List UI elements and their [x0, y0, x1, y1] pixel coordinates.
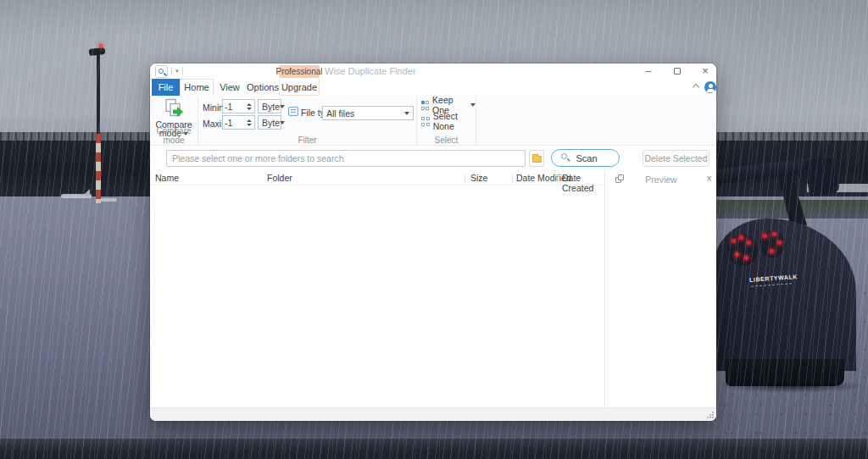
caret-down-icon	[280, 105, 285, 108]
folder-search-input[interactable]	[166, 150, 526, 167]
tab-options[interactable]: Options	[245, 79, 281, 96]
column-divider[interactable]	[558, 173, 559, 183]
search-toolbar: Scan Delete Selected	[150, 146, 716, 171]
quick-access-caret-icon[interactable]: ▾	[175, 67, 179, 75]
lamp-warning-light	[99, 44, 103, 47]
column-header-folder[interactable]: Folder	[267, 173, 292, 183]
app-icon[interactable]	[155, 65, 168, 78]
professional-badge: Professional	[279, 65, 320, 78]
minimum-spinner[interactable]	[222, 99, 255, 113]
window-title: Wise Duplicate Finder	[325, 66, 416, 76]
maximum-input[interactable]	[225, 116, 245, 129]
maximize-button[interactable]	[670, 64, 685, 78]
preview-panel: Preview ×	[604, 171, 716, 407]
pavement-debris	[709, 279, 868, 436]
close-preview-icon[interactable]: ×	[706, 173, 712, 185]
minimize-button[interactable]: –	[641, 64, 656, 78]
group-caption: Filter	[198, 135, 416, 145]
spinner-arrows[interactable]	[244, 117, 253, 128]
select-none-button[interactable]: Select None	[421, 116, 476, 126]
filter-group: Minimum Byte Maximum Byte File type All …	[198, 96, 417, 146]
results-area: Name Folder Size Date Modified Date Crea…	[150, 171, 716, 407]
keep-one-button[interactable]: Keep One	[421, 100, 476, 110]
collapse-ribbon-chevron-icon[interactable]	[693, 85, 699, 91]
maximum-spinner[interactable]	[222, 115, 255, 130]
ribbon: Compare mode Compare mode Minimum Byte M…	[150, 96, 716, 146]
group-caption: Compare mode	[150, 126, 198, 145]
maximum-unit-dropdown[interactable]: Byte	[258, 115, 281, 130]
select-group: Keep One Select None Select	[417, 96, 476, 146]
file-type-dropdown[interactable]: All files	[322, 106, 414, 120]
select-none-icon	[421, 117, 430, 126]
lamp-post	[97, 53, 100, 134]
tab-file[interactable]: File	[152, 79, 180, 96]
quick-access-toolbar: ▾	[155, 64, 183, 78]
caret-down-icon	[404, 112, 409, 115]
table-header: Name Folder Size Date Modified Date Crea…	[150, 171, 604, 185]
column-header-size[interactable]: Size	[470, 173, 487, 183]
maximize-icon	[674, 68, 681, 75]
scan-button[interactable]: Scan	[551, 149, 620, 167]
tab-view[interactable]: View	[216, 79, 243, 96]
tab-upgrade[interactable]: Upgrade	[279, 79, 320, 96]
resize-grip[interactable]	[707, 412, 714, 418]
wise-duplicate-finder-window: ▾ Professional Wise Duplicate Finder – ×…	[150, 64, 716, 421]
group-caption: Select	[417, 135, 476, 145]
caret-down-icon	[470, 103, 476, 107]
delete-selected-button[interactable]: Delete Selected	[643, 150, 709, 167]
column-divider[interactable]	[512, 173, 513, 183]
magnifier-lens	[159, 69, 164, 74]
minimum-unit-dropdown[interactable]: Byte	[258, 99, 281, 113]
divider	[182, 67, 183, 75]
folder-icon	[532, 156, 542, 163]
column-header-name[interactable]: Name	[155, 173, 179, 183]
caret-down-icon	[280, 121, 285, 124]
magnifier-handle	[164, 72, 167, 75]
distant-airplane	[61, 194, 92, 198]
lamp-post-stripes	[96, 134, 101, 203]
preview-header: Preview ×	[605, 171, 716, 188]
car-taillight-right	[760, 230, 785, 257]
compare-mode-icon[interactable]	[163, 98, 186, 120]
browse-folder-button[interactable]	[529, 150, 544, 167]
compare-mode-group: Compare mode Compare mode	[150, 96, 198, 146]
status-bar	[150, 407, 716, 421]
preview-title: Preview	[605, 174, 716, 185]
ribbon-tabs: File Home View Options Upgrade	[150, 79, 716, 96]
close-button[interactable]: ×	[698, 64, 713, 78]
search-icon	[561, 153, 570, 163]
car-wing-endplate	[804, 156, 840, 197]
dark-foreground	[0, 439, 868, 459]
account-icon[interactable]	[704, 81, 716, 93]
keep-one-icon	[421, 101, 429, 110]
divider	[171, 67, 172, 75]
minimum-input[interactable]	[225, 100, 245, 113]
distant-airplane-2	[100, 198, 117, 202]
car-taillight-left	[727, 234, 758, 266]
titlebar: ▾ Professional Wise Duplicate Finder – ×	[150, 64, 716, 79]
tab-home[interactable]: Home	[180, 79, 214, 96]
column-header-date-created[interactable]: Date Created	[562, 173, 604, 193]
file-type-icon	[288, 107, 298, 116]
spinner-arrows[interactable]	[244, 101, 253, 112]
column-divider[interactable]	[465, 173, 465, 183]
